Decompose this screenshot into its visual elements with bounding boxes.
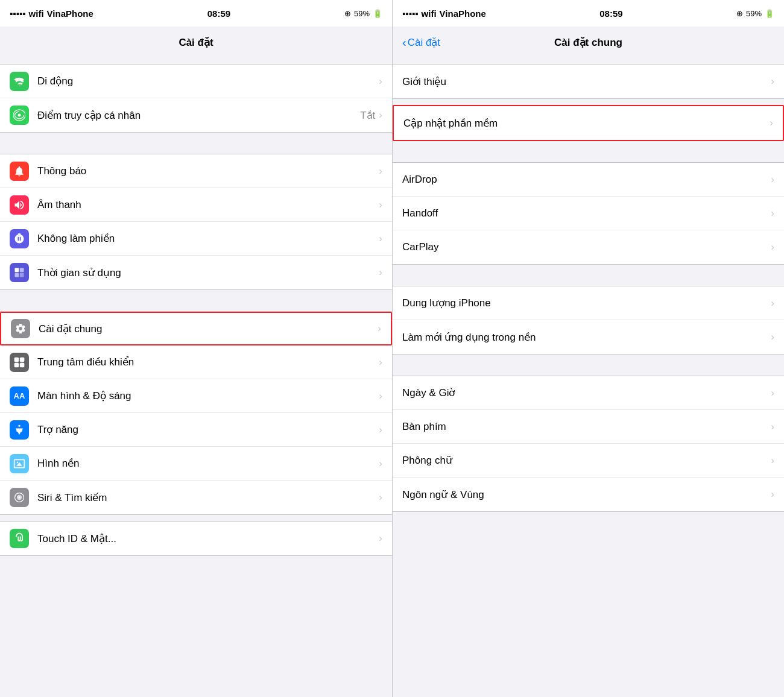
right-wifi-icon: wifi [422,8,437,19]
thong-bao-chevron: › [379,165,382,177]
left-nav-title: Cài đặt [179,36,213,49]
hotspot-chevron: › [379,109,382,121]
left-row-siri[interactable]: Siri & Tìm kiếm › [0,481,392,514]
gioi-thieu-chevron: › [771,75,774,87]
left-row-am-thanh[interactable]: Âm thanh › [0,188,392,222]
svg-rect-5 [14,357,19,362]
svg-point-9 [18,424,20,426]
trung-tam-label: Trung tâm điều khiển [37,356,379,368]
right-carrier: ▪▪▪▪▪ wifi VinaPhone [402,8,486,19]
touch-id-label: Touch ID & Mật... [37,532,379,545]
thoi-gian-icon [10,263,29,282]
trung-tam-chevron: › [379,356,382,368]
airdrop-chevron: › [771,174,774,186]
am-thanh-chevron: › [379,199,382,211]
right-row-gioi-thieu[interactable]: Giới thiệu › [393,65,784,98]
phong-chu-chevron: › [771,455,774,467]
left-row-man-hinh[interactable]: AA Màn hình & Độ sáng › [0,379,392,413]
left-row-thoi-gian[interactable]: Thời gian sử dụng › [0,256,392,289]
gap4 [0,515,392,521]
di-dong-chevron: › [379,75,382,87]
left-row-khong-lam-phien[interactable]: Không làm phiền › [0,222,392,256]
gioi-thieu-label: Giới thiệu [402,75,771,88]
back-label: Cài đặt [408,36,440,49]
siri-label: Siri & Tìm kiếm [37,491,379,504]
tro-nang-label: Trợ năng [37,423,379,436]
left-row-touch-id[interactable]: Touch ID & Mật... › [0,522,392,555]
cap-nhat-label: Cập nhật phần mềm [403,117,770,130]
thoi-gian-chevron: › [379,266,382,279]
right-row-ngon-ngu[interactable]: Ngôn ngữ & Vùng › [393,478,784,511]
left-row-trung-tam[interactable]: Trung tâm điều khiển › [0,345,392,379]
svg-rect-7 [14,362,19,367]
right-row-dung-luong[interactable]: Dung lượng iPhone › [393,286,784,320]
cap-nhat-chevron: › [770,117,773,129]
am-thanh-icon [10,195,29,215]
signal-icon: ▪▪▪▪▪ [10,8,26,19]
right-status-bar: ▪▪▪▪▪ wifi VinaPhone 08:59 ⊕ 59% 🔋 [393,0,784,27]
svg-rect-1 [15,268,19,273]
right-row-cap-nhat[interactable]: Cập nhật phần mềm › [394,106,783,140]
di-dong-icon [10,72,29,91]
left-row-hotspot[interactable]: Điểm truy cập cá nhân Tắt › [0,98,392,132]
hotspot-icon [10,106,29,125]
right-row-carplay[interactable]: CarPlay › [393,230,784,264]
back-button[interactable]: ‹ Cài đặt [402,36,440,49]
khong-lam-phien-chevron: › [379,233,382,245]
svg-point-10 [17,461,18,463]
touch-id-icon [10,529,29,548]
right-row-lam-moi[interactable]: Làm mới ứng dụng trong nền › [393,320,784,354]
right-gap4 [393,355,784,376]
left-time: 08:59 [207,8,230,19]
ngay-gio-chevron: › [771,387,774,399]
location-icon: ⊕ [344,9,351,18]
left-row-hinh-nen[interactable]: Hình nền › [0,447,392,481]
left-row-tro-nang[interactable]: Trợ năng › [0,413,392,447]
svg-rect-6 [20,357,25,362]
right-section-datetime: Ngày & Giờ › Bàn phím › Phông chữ › Ngôn… [393,376,784,512]
hinh-nen-label: Hình nền [37,457,379,470]
left-battery-area: ⊕ 59% 🔋 [344,9,382,18]
cai-dat-chung-chevron: › [378,323,381,335]
ngon-ngu-chevron: › [771,488,774,500]
ngay-gio-label: Ngày & Giờ [402,386,771,399]
right-settings-content: Giới thiệu › Cập nhật phần mềm › AirDrop… [393,58,784,697]
right-time: 08:59 [599,8,622,19]
thong-bao-icon [10,162,29,181]
left-carrier: ▪▪▪▪▪ wifi VinaPhone [10,8,93,19]
khong-lam-phien-icon [10,229,29,248]
handoff-label: Handoff [402,207,771,219]
dung-luong-chevron: › [771,297,774,309]
left-panel: ▪▪▪▪▪ wifi VinaPhone 08:59 ⊕ 59% 🔋 Cài đ… [0,0,392,697]
siri-icon [10,488,29,507]
right-row-airdrop[interactable]: AirDrop › [393,163,784,197]
cai-dat-chung-icon [11,319,30,338]
di-dong-label: Di động [37,75,379,87]
trung-tam-icon [10,353,29,372]
left-section-notifications: Thông báo › Âm thanh › Không làm phiền › [0,154,392,290]
right-section-storage: Dung lượng iPhone › Làm mới ứng dụng tro… [393,286,784,355]
gap1 [0,58,392,64]
ngon-ngu-label: Ngôn ngữ & Vùng [402,488,771,501]
battery-percent: 59% [354,9,370,18]
right-row-handoff[interactable]: Handoff › [393,197,784,230]
right-signal-icon: ▪▪▪▪▪ [402,8,419,19]
right-row-phong-chu[interactable]: Phông chữ › [393,444,784,478]
right-row-ban-phim[interactable]: Bàn phím › [393,410,784,444]
right-section-software: Cập nhật phần mềm › [393,105,784,141]
touch-id-chevron: › [379,532,382,544]
right-section-about: Giới thiệu › [393,64,784,99]
right-row-ngay-gio[interactable]: Ngày & Giờ › [393,376,784,410]
left-row-di-dong[interactable]: Di động › [0,65,392,98]
left-nav-header: Cài đặt [0,27,392,58]
right-battery-percent: 59% [746,9,762,18]
airdrop-label: AirDrop [402,174,771,186]
battery-icon: 🔋 [373,9,382,18]
left-row-thong-bao[interactable]: Thông báo › [0,154,392,188]
tro-nang-icon [10,420,29,440]
left-row-cai-dat-chung[interactable]: Cài đặt chung › [0,312,392,345]
gap3 [0,290,392,311]
carplay-label: CarPlay [402,241,771,253]
svg-point-0 [18,114,21,117]
thoi-gian-label: Thời gian sử dụng [37,266,379,279]
